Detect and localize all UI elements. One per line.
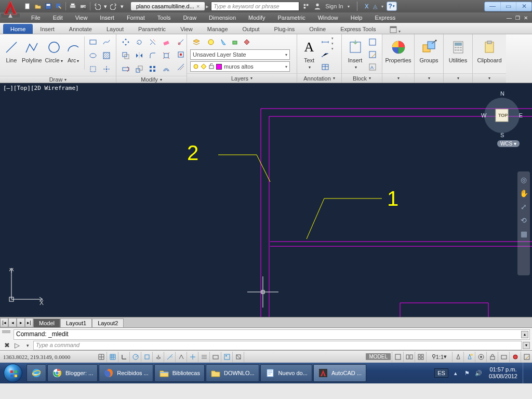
ws-icon[interactable] — [475, 352, 486, 362]
menu-express[interactable]: Express — [368, 13, 402, 22]
move-icon[interactable] — [119, 36, 132, 48]
tab-layout2[interactable]: Layout2 — [92, 318, 124, 327]
snap-icon[interactable] — [96, 352, 107, 362]
lwt-icon[interactable] — [198, 352, 210, 362]
doc-minimize[interactable]: — — [505, 14, 513, 21]
modify-extra-3[interactable] — [175, 61, 187, 73]
layer-props-icon[interactable] — [190, 36, 203, 48]
wcs-label[interactable]: WCS ▾ — [497, 140, 520, 147]
show-desktop[interactable] — [523, 363, 529, 383]
offset-icon[interactable] — [160, 63, 172, 75]
taskbar-folder[interactable]: DOWNLO... — [206, 364, 259, 382]
layer-tool-4[interactable] — [241, 36, 253, 48]
layout-grid-icon[interactable] — [392, 352, 403, 362]
language-indicator[interactable]: ES — [434, 368, 448, 378]
layout-first[interactable]: |◂ — [0, 318, 8, 327]
scale-icon[interactable] — [133, 63, 145, 75]
layer-tool-1[interactable] — [205, 36, 217, 48]
ribbon-minimize[interactable]: ▾ — [398, 29, 401, 34]
search-icon[interactable] — [302, 3, 310, 10]
menu-window[interactable]: Window — [312, 13, 344, 22]
taskbar-autocad[interactable]: AutoCAD ... — [313, 364, 366, 382]
tab-layout[interactable]: Layout — [99, 24, 131, 34]
stretch-icon[interactable] — [119, 63, 132, 75]
ribbon-panel-button[interactable] — [389, 25, 397, 34]
start-button[interactable] — [0, 363, 26, 383]
modelspace-toggle[interactable]: MODEL — [366, 353, 391, 360]
drawing-canvas[interactable]: [–][Top][2D Wireframe] 1 2 Y — [0, 83, 532, 317]
block-attr-icon[interactable]: A — [366, 61, 379, 73]
tab-parametric[interactable]: Parametric — [131, 24, 173, 34]
layer-tool-2[interactable] — [217, 36, 229, 48]
copy-icon[interactable] — [119, 50, 132, 61]
annoscale-icon[interactable]: ⚲ 1:1 ▾ — [426, 352, 452, 362]
tab-layout1[interactable]: Layout1 — [60, 318, 92, 327]
quickview-icon[interactable] — [403, 352, 415, 362]
document-close-x[interactable]: × — [196, 3, 200, 9]
cmd-recent-icon[interactable]: ▾ — [23, 341, 32, 350]
viewcube[interactable]: TOP N S W E — [481, 90, 523, 137]
minimize-button[interactable]: — — [485, 2, 500, 11]
redo-dropdown[interactable]: ▾ — [119, 2, 125, 11]
doc-restore[interactable]: ❐ — [513, 14, 522, 21]
tray-chevron[interactable]: ▴ — [451, 369, 460, 377]
modify-extra-2[interactable] — [175, 49, 187, 60]
layer-state-dropdown[interactable]: Unsaved Layer State▾ — [190, 49, 290, 60]
menu-format[interactable]: Format — [121, 13, 151, 22]
tab-expresstools[interactable]: Express Tools — [333, 24, 383, 34]
layer-current-dropdown[interactable]: muros altos▾ — [190, 61, 290, 72]
taskbar-wordpad[interactable]: Nuevo do... — [260, 364, 312, 382]
point-icon[interactable] — [100, 63, 113, 75]
layer-tool-3[interactable] — [229, 36, 241, 48]
tab-insert[interactable]: Insert — [33, 24, 62, 34]
text-button[interactable]: A Text▾ — [300, 36, 318, 70]
menu-parametric[interactable]: Parametric — [271, 13, 311, 22]
utilities-button[interactable]: Utilities — [447, 36, 469, 63]
infocenter-search[interactable]: Type a keyword or phrase — [211, 2, 299, 11]
tray-volume-icon[interactable]: 🔊 — [474, 369, 483, 377]
tab-model[interactable]: Model — [33, 318, 60, 327]
plot-icon[interactable] — [68, 2, 77, 11]
tab-online[interactable]: Online — [302, 24, 333, 34]
tab-home[interactable]: Home — [3, 24, 33, 34]
tab-view[interactable]: View — [173, 24, 200, 34]
layout-next[interactable]: ▸ — [17, 318, 25, 327]
hatch-icon[interactable] — [100, 50, 113, 61]
isolate-icon[interactable] — [509, 352, 521, 362]
ellipse-icon[interactable] — [87, 50, 99, 61]
zoom-extents-icon[interactable]: ⤢ — [519, 203, 528, 212]
otrack-icon[interactable] — [164, 352, 176, 362]
annovis-icon[interactable] — [452, 352, 463, 362]
3dosnap-icon[interactable] — [153, 352, 164, 362]
showmotion-icon[interactable]: ▦ — [519, 230, 528, 239]
menu-tools[interactable]: Tools — [151, 13, 177, 22]
toolbar-lock-icon[interactable] — [486, 352, 498, 362]
taskbar-explorer[interactable]: Bibliotecas — [154, 364, 205, 382]
sign-in-link[interactable]: Sign In — [325, 3, 343, 9]
fillet-icon[interactable] — [147, 50, 159, 61]
table-icon[interactable] — [319, 61, 331, 73]
qp-icon[interactable] — [221, 352, 233, 362]
navigation-bar[interactable]: ◎ ✋ ⤢ ⟲ ▦ — [517, 171, 530, 275]
document-tab[interactable]: plano casamultiline.d... × — [131, 2, 205, 10]
pan-icon[interactable]: ✋ — [519, 189, 528, 198]
orbit-icon[interactable]: ⟲ — [519, 216, 528, 225]
layout-last[interactable]: ▸| — [25, 318, 33, 327]
modify-extra-1[interactable] — [175, 36, 187, 48]
coordinates[interactable]: 1363.8022, 219.3149, 0.0000 — [0, 354, 96, 360]
cmd-tools-icon[interactable]: ✖ — [2, 341, 11, 350]
annoauto-icon[interactable] — [463, 352, 475, 362]
fullnav-icon[interactable]: ◎ — [519, 176, 528, 185]
saveas-icon[interactable] — [54, 2, 63, 11]
layout-prev[interactable]: ◂ — [8, 318, 17, 327]
taskbar-ie[interactable] — [26, 364, 46, 382]
tray-flag-icon[interactable]: ⚑ — [463, 369, 471, 377]
taskbar-firefox[interactable]: Recibidos ... — [99, 364, 153, 382]
exchange-icon[interactable]: Ⅹ — [365, 3, 369, 10]
help-button[interactable]: ?▾ — [387, 2, 397, 11]
menu-dimension[interactable]: Dimension — [203, 13, 242, 22]
rectangle-icon[interactable] — [87, 36, 99, 48]
menu-file[interactable]: File — [25, 13, 47, 22]
groups-button[interactable]: Groups — [418, 36, 440, 63]
array-icon[interactable] — [147, 63, 159, 75]
